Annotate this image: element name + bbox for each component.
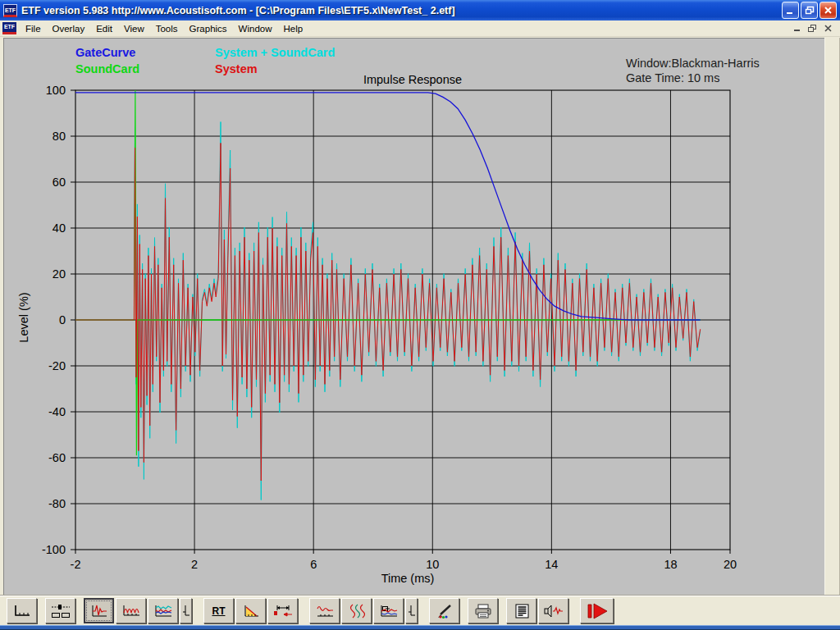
legend-item-gatecurve: GateCurve — [75, 46, 135, 59]
window-title: ETF version 5.983 http://www.Acoustisoft… — [21, 5, 782, 16]
minimize-icon — [786, 7, 795, 15]
close-icon — [824, 6, 833, 15]
speaker-impulse-icon — [543, 603, 564, 619]
close-icon — [824, 25, 833, 32]
play-arrow-icon — [585, 602, 609, 620]
energy-decay-icon — [241, 603, 261, 619]
menu-item-overlay[interactable]: Overlay — [47, 22, 91, 35]
restore-icon — [805, 6, 815, 15]
gate-arrows-icon — [272, 603, 294, 619]
app-icon: ETF — [3, 4, 17, 17]
legend-item-soundcard: SoundCard — [75, 62, 139, 75]
menu-item-file[interactable]: File — [20, 22, 47, 35]
gate-time-button[interactable] — [267, 598, 298, 623]
sliders-boxes-icon — [50, 603, 71, 619]
restore-icon — [808, 25, 817, 33]
legend-item-system-soundcard: System + SoundCard — [215, 46, 335, 59]
pencil-icon — [435, 603, 454, 619]
menu-item-edit[interactable]: Edit — [90, 22, 118, 35]
spectrogram-button[interactable] — [373, 598, 404, 623]
menu-item-window[interactable]: Window — [233, 22, 278, 35]
chart-client-area — [0, 38, 840, 596]
annotate-button[interactable] — [429, 598, 459, 623]
printer-icon — [473, 603, 493, 619]
run-measurement-button[interactable] — [580, 598, 614, 623]
menu-item-graphics[interactable]: Graphics — [184, 22, 233, 35]
measure-button[interactable] — [538, 598, 568, 623]
waterfall-button[interactable] — [341, 598, 372, 623]
time-axis-button[interactable] — [7, 598, 37, 623]
notes-button[interactable] — [506, 598, 536, 623]
print-button[interactable] — [468, 598, 498, 623]
window-function-label: Window:Blackman-Harris — [626, 57, 760, 70]
app-window: ETF ETF version 5.983 http://www.Acousti… — [0, 0, 840, 630]
menu-bar: ETF FileOverlayEditViewToolsGraphicsWind… — [0, 21, 840, 37]
mdi-restore-button[interactable] — [806, 23, 819, 34]
time-axis-icon — [12, 603, 32, 619]
corner-axis-icon — [408, 603, 416, 619]
document-icon[interactable]: ETF — [2, 22, 16, 34]
menu-item-view[interactable]: View — [118, 22, 150, 35]
chart-title: Impulse Response — [331, 73, 495, 86]
gate-time-label: Gate Time: 10 ms — [626, 71, 719, 84]
small-axis-button-1[interactable] — [180, 598, 192, 623]
impulse-response-button[interactable] — [84, 598, 114, 623]
x-axis-title: Time (ms) — [358, 572, 457, 585]
vertical-waves-icon — [347, 603, 367, 619]
overlay-curves-button[interactable] — [148, 598, 178, 623]
mdi-close-button[interactable] — [821, 23, 835, 34]
window-bottom-border — [0, 625, 840, 630]
minimize-icon — [793, 25, 801, 32]
reverb-time-button[interactable]: RT — [203, 598, 234, 623]
window-right-edge — [824, 38, 840, 596]
mdi-minimize-button[interactable] — [790, 23, 804, 34]
impulse-response-icon — [89, 603, 109, 619]
toolbar: RT — [0, 596, 840, 625]
rt-text: RT — [212, 605, 226, 617]
energy-decay-button[interactable] — [235, 598, 266, 623]
sine-waves-icon — [121, 603, 141, 619]
legend-item-system: System — [215, 62, 258, 75]
multi-waves-icon — [153, 603, 173, 619]
close-button[interactable] — [819, 2, 837, 19]
menu-item-tools[interactable]: Tools — [150, 22, 184, 35]
small-axis-button-2[interactable] — [405, 598, 418, 623]
frequency-response-button[interactable] — [116, 598, 146, 623]
corner-axis-icon — [182, 603, 190, 619]
minimize-button[interactable] — [782, 2, 799, 19]
restore-button[interactable] — [801, 2, 818, 19]
display-setup-button[interactable] — [45, 598, 75, 623]
notes-document-icon — [512, 603, 532, 619]
marker-plot-icon — [379, 603, 399, 619]
step-response-button[interactable] — [309, 598, 340, 623]
step-curve-icon — [315, 603, 335, 619]
title-bar: ETF ETF version 5.983 http://www.Acousti… — [0, 0, 840, 21]
y-axis-title: Level (%) — [17, 276, 30, 358]
menu-item-help[interactable]: Help — [278, 22, 309, 35]
chart-surface — [3, 38, 824, 596]
